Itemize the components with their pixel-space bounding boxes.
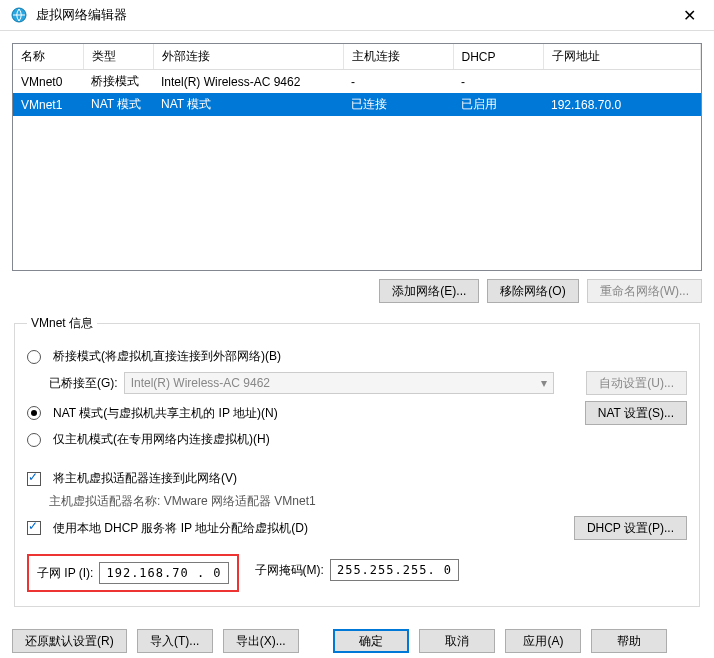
cell: 已启用 (453, 93, 543, 116)
restore-defaults-button[interactable]: 还原默认设置(R) (12, 629, 127, 653)
cancel-button[interactable]: 取消 (419, 629, 495, 653)
adapter-name-label: 主机虚拟适配器名称: VMware 网络适配器 VMnet1 (49, 493, 316, 510)
cell: VMnet1 (13, 93, 83, 116)
hostonly-label: 仅主机模式(在专用网络内连接虚拟机)(H) (53, 431, 270, 448)
subnet-ip-label: 子网 IP (I): (37, 565, 93, 582)
subnet-mask-label: 子网掩码(M): (255, 562, 324, 579)
close-button[interactable]: ✕ (674, 0, 704, 30)
subnet-ip-input[interactable]: 192.168.70 . 0 (99, 562, 228, 584)
bridged-radio[interactable] (27, 350, 41, 364)
col-ext[interactable]: 外部连接 (153, 44, 343, 70)
group-title: VMnet 信息 (27, 315, 97, 332)
table-row[interactable]: VMnet0 桥接模式 Intel(R) Wireless-AC 9462 - … (13, 70, 701, 94)
add-network-button[interactable]: 添加网络(E)... (379, 279, 479, 303)
window-title: 虚拟网络编辑器 (36, 6, 674, 24)
cell: Intel(R) Wireless-AC 9462 (153, 70, 343, 94)
col-host[interactable]: 主机连接 (343, 44, 453, 70)
table-header-row: 名称 类型 外部连接 主机连接 DHCP 子网地址 (13, 44, 701, 70)
cell: - (453, 70, 543, 94)
cell: NAT 模式 (153, 93, 343, 116)
cell: 192.168.70.0 (543, 93, 701, 116)
subnet-ip-highlight: 子网 IP (I): 192.168.70 . 0 (27, 554, 239, 592)
network-table: 名称 类型 外部连接 主机连接 DHCP 子网地址 VMnet0 桥接模式 In… (12, 43, 702, 271)
bridged-to-select: Intel(R) Wireless-AC 9462 (124, 372, 554, 394)
ok-button[interactable]: 确定 (333, 629, 409, 653)
table-row[interactable]: VMnet1 NAT 模式 NAT 模式 已连接 已启用 192.168.70.… (13, 93, 701, 116)
connect-host-check[interactable] (27, 472, 41, 486)
col-type[interactable]: 类型 (83, 44, 153, 70)
cell: VMnet0 (13, 70, 83, 94)
use-dhcp-check[interactable] (27, 521, 41, 535)
dhcp-settings-button[interactable]: DHCP 设置(P)... (574, 516, 687, 540)
titlebar: 虚拟网络编辑器 ✕ (0, 0, 714, 31)
col-dhcp[interactable]: DHCP (453, 44, 543, 70)
use-dhcp-label: 使用本地 DHCP 服务将 IP 地址分配给虚拟机(D) (53, 520, 308, 537)
col-name[interactable]: 名称 (13, 44, 83, 70)
cell: 已连接 (343, 93, 453, 116)
apply-button[interactable]: 应用(A) (505, 629, 581, 653)
nat-label: NAT 模式(与虚拟机共享主机的 IP 地址)(N) (53, 405, 278, 422)
cell: 桥接模式 (83, 70, 153, 94)
cell: - (343, 70, 453, 94)
auto-settings-button: 自动设置(U)... (586, 371, 687, 395)
import-button[interactable]: 导入(T)... (137, 629, 213, 653)
footer: 还原默认设置(R) 导入(T)... 导出(X)... 确定 取消 应用(A) … (0, 619, 714, 658)
subnet-mask-input[interactable]: 255.255.255. 0 (330, 559, 459, 581)
bridged-label: 桥接模式(将虚拟机直接连接到外部网络)(B) (53, 348, 281, 365)
hostonly-radio[interactable] (27, 433, 41, 447)
help-button[interactable]: 帮助 (591, 629, 667, 653)
cell: NAT 模式 (83, 93, 153, 116)
bridged-to-value: Intel(R) Wireless-AC 9462 (131, 376, 270, 390)
vmnet-info-group: VMnet 信息 桥接模式(将虚拟机直接连接到外部网络)(B) 已桥接至(G):… (14, 315, 700, 607)
col-subnet[interactable]: 子网地址 (543, 44, 701, 70)
rename-network-button: 重命名网络(W)... (587, 279, 702, 303)
nat-settings-button[interactable]: NAT 设置(S)... (585, 401, 687, 425)
bridged-to-label: 已桥接至(G): (49, 375, 118, 392)
nat-radio[interactable] (27, 406, 41, 420)
cell (543, 70, 701, 94)
export-button[interactable]: 导出(X)... (223, 629, 299, 653)
connect-host-label: 将主机虚拟适配器连接到此网络(V) (53, 470, 237, 487)
app-icon (10, 6, 28, 24)
remove-network-button[interactable]: 移除网络(O) (487, 279, 578, 303)
